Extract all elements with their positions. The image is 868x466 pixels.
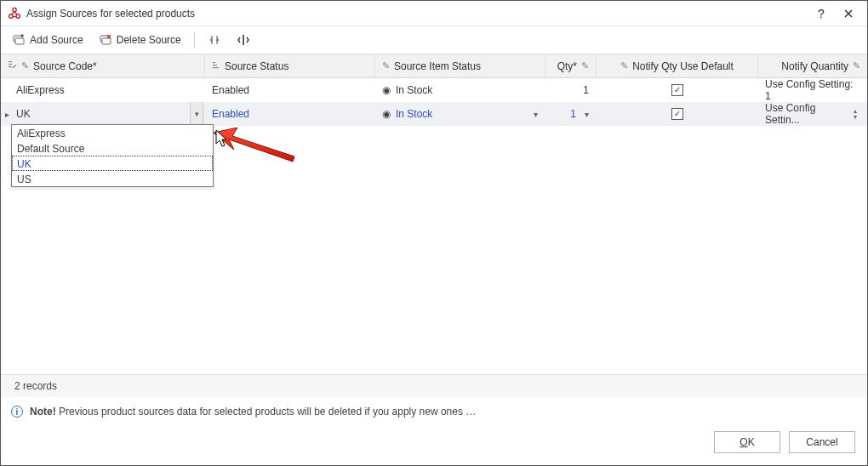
delete-source-icon	[99, 33, 112, 47]
cell-source-status: Enabled	[205, 78, 375, 102]
pencil-icon: ✎	[581, 60, 589, 71]
cell-qty[interactable]: 1	[570, 108, 576, 120]
note-bar: i Note! Previous product sources data fo…	[1, 397, 867, 426]
column-qty[interactable]: Qty* ✎	[545, 54, 597, 77]
column-source-status[interactable]: Source Status	[205, 54, 375, 77]
svg-point-1	[9, 14, 13, 17]
editable-icon	[8, 60, 17, 71]
spinner-control[interactable]: ▴▾	[851, 109, 859, 120]
app-logo-icon	[8, 7, 21, 20]
add-source-button[interactable]: Add Source	[6, 30, 89, 50]
svg-rect-8	[9, 64, 12, 65]
column-item-status[interactable]: ✎ Source Item Status	[375, 54, 545, 77]
cancel-button[interactable]: Cancel	[789, 431, 855, 453]
dropdown-option[interactable]: US	[12, 171, 213, 186]
column-label: Source Item Status	[394, 60, 481, 72]
column-source-code[interactable]: ✎ Source Code*	[1, 54, 205, 77]
cell-item-status[interactable]: In Stock	[396, 108, 432, 120]
record-count-label: 2 records	[14, 380, 57, 392]
cell-qty[interactable]: 1	[545, 78, 597, 102]
chevron-down-icon[interactable]: ▾	[585, 110, 589, 119]
notify-default-checkbox[interactable]	[671, 108, 683, 120]
column-label: Notify Qty Use Default	[632, 60, 734, 72]
sort-icon	[212, 61, 220, 71]
svg-rect-6	[102, 38, 111, 44]
grid-rows: AliExpress Enabled ◉ In Stock 1 Use Conf…	[1, 78, 867, 374]
grid-column-header: ✎ Source Code* Source Status ✎ Source It…	[1, 54, 867, 78]
svg-rect-9	[9, 66, 12, 67]
instock-eye-icon: ◉	[382, 84, 391, 96]
mouse-cursor-icon	[215, 129, 229, 148]
note-text: Note! Previous product sources data for …	[30, 406, 476, 418]
status-bar: 2 records	[1, 374, 867, 397]
source-code-dropdown[interactable]: AliExpress Default Source UK US	[11, 124, 214, 187]
svg-point-0	[13, 8, 16, 11]
toolbar: Add Source Delete Source	[1, 26, 867, 54]
svg-rect-11	[213, 65, 217, 65]
dropdown-option[interactable]: Default Source	[12, 140, 213, 156]
column-label: Notify Quantity	[781, 60, 848, 72]
title-bar: Assign Sources for selected products ?	[1, 1, 867, 26]
source-code-dropdown-handle[interactable]: ▾	[190, 102, 203, 126]
cell-item-status: In Stock	[396, 84, 432, 96]
add-source-icon	[12, 33, 26, 47]
notify-default-checkbox[interactable]	[671, 84, 683, 96]
toggle-split-button[interactable]	[231, 30, 256, 50]
fit-columns-icon	[208, 33, 221, 47]
window-title: Assign Sources for selected products	[26, 8, 808, 20]
delete-source-label: Delete Source	[117, 34, 181, 46]
svg-rect-10	[213, 62, 215, 63]
pencil-icon: ✎	[382, 60, 390, 71]
table-row[interactable]: UK Enabled ◉ In Stock ▾ 1 ▾ Use Config S…	[1, 102, 867, 126]
cell-source-status[interactable]: Enabled	[212, 108, 249, 120]
svg-rect-7	[9, 61, 12, 62]
info-icon: i	[11, 406, 23, 418]
toolbar-separator	[194, 31, 195, 48]
svg-rect-12	[213, 67, 219, 68]
column-label: Source Code*	[33, 60, 97, 72]
split-view-icon	[237, 33, 250, 47]
row-marker-icon	[3, 108, 11, 120]
pencil-icon: ✎	[853, 60, 860, 71]
dialog-window: Assign Sources for selected products ? A…	[0, 0, 868, 466]
column-notify-default[interactable]: ✎ Notify Qty Use Default	[597, 54, 758, 77]
delete-source-button[interactable]: Delete Source	[93, 30, 187, 50]
toggle-fit-button[interactable]	[202, 30, 227, 50]
close-button[interactable]	[835, 2, 862, 26]
column-label: Qty*	[557, 60, 577, 72]
svg-point-2	[16, 14, 20, 17]
table-row[interactable]: AliExpress Enabled ◉ In Stock 1 Use Conf…	[1, 78, 867, 102]
ok-button[interactable]: OK	[714, 431, 780, 453]
column-label: Source Status	[225, 60, 288, 72]
dropdown-option[interactable]: AliExpress	[12, 125, 213, 140]
cell-notify-qty: Use Config Settin...	[765, 102, 842, 126]
chevron-down-icon[interactable]: ▾	[534, 110, 538, 119]
cell-source-code: AliExpress	[16, 84, 65, 96]
help-button[interactable]: ?	[808, 2, 835, 26]
pencil-icon: ✎	[620, 60, 628, 71]
instock-eye-icon: ◉	[382, 108, 391, 120]
add-source-label: Add Source	[30, 34, 83, 46]
dropdown-option[interactable]: UK	[12, 156, 213, 171]
cell-source-code[interactable]: UK	[16, 108, 31, 120]
column-notify-qty[interactable]: Notify Quantity ✎	[758, 54, 867, 77]
dialog-button-bar: OK Cancel	[1, 426, 867, 465]
svg-rect-4	[15, 38, 24, 44]
cell-notify-qty: Use Config Setting: 1	[758, 78, 867, 102]
pencil-icon: ✎	[21, 60, 29, 71]
annotation-arrow-icon	[212, 128, 297, 166]
